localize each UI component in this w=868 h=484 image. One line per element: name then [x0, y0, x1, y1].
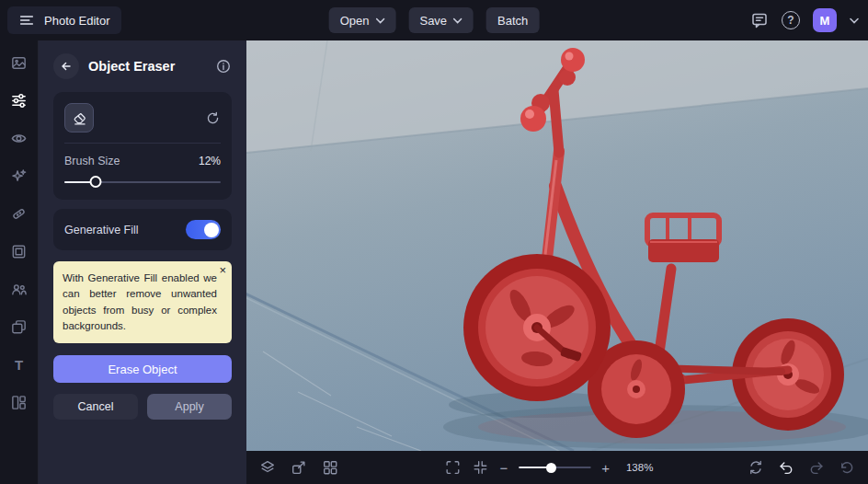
compare-icon[interactable]	[748, 459, 764, 476]
apply-button[interactable]: Apply	[147, 394, 232, 420]
photo-editor-app: Photo Editor Open Save Batch ? M	[0, 0, 868, 484]
zoom-value: 138%	[626, 462, 653, 473]
object-eraser-panel: Object Eraser Brush Size 12%	[39, 40, 246, 484]
fit-screen-icon[interactable]	[444, 459, 461, 476]
panel-header: Object Eraser	[53, 53, 232, 79]
view-tools	[259, 459, 338, 476]
tool-row	[64, 103, 221, 144]
panel-title: Object Eraser	[88, 59, 215, 74]
zoom-handle[interactable]	[546, 463, 556, 473]
feedback-icon[interactable]	[750, 11, 769, 29]
reset-history-icon[interactable]	[839, 459, 855, 476]
brush-settings-card: Brush Size 12%	[53, 92, 232, 200]
zoom-out-icon[interactable]: −	[499, 461, 508, 475]
actual-size-icon[interactable]	[472, 459, 488, 476]
batch-button[interactable]: Batch	[486, 7, 539, 33]
canvas-toolbar: − + 138%	[246, 451, 868, 484]
slider-handle[interactable]	[90, 176, 102, 188]
tooltip-text: With Generative Fill enabled we can bett…	[63, 272, 217, 331]
erase-object-button[interactable]: Erase Object	[53, 355, 232, 383]
zoom-in-icon[interactable]: +	[601, 461, 610, 475]
generative-fill-toggle[interactable]	[186, 220, 221, 239]
library-icon[interactable]	[10, 53, 29, 72]
save-button[interactable]: Save	[408, 7, 474, 33]
generative-fill-label: Generative Fill	[64, 224, 139, 236]
tool-rail: T	[0, 40, 39, 484]
effects-icon[interactable]	[10, 167, 29, 185]
frame-icon[interactable]	[10, 242, 29, 260]
chevron-down-icon	[375, 17, 384, 24]
layers-icon[interactable]	[259, 459, 276, 476]
info-icon[interactable]	[215, 58, 232, 75]
top-bar-right: ? M	[750, 0, 859, 40]
redo-icon[interactable]	[808, 459, 825, 476]
open-button[interactable]: Open	[329, 7, 396, 33]
close-icon[interactable]: ×	[219, 263, 226, 277]
generative-fill-row: Generative Fill	[53, 209, 232, 250]
overlay-icon[interactable]	[10, 317, 29, 336]
top-bar: Photo Editor Open Save Batch ? M	[0, 0, 868, 40]
preview-eye-icon[interactable]	[10, 129, 29, 147]
resize-icon[interactable]	[291, 459, 307, 476]
generative-fill-tooltip: With Generative Fill enabled we can bett…	[53, 261, 232, 343]
avatar[interactable]: M	[813, 8, 837, 32]
people-icon[interactable]	[10, 280, 29, 298]
zoom-slider[interactable]	[519, 462, 590, 473]
zoom-controls: − + 138%	[444, 459, 653, 476]
app-title: Photo Editor	[44, 14, 110, 28]
help-icon[interactable]: ?	[782, 11, 800, 29]
cancel-button[interactable]: Cancel	[53, 394, 138, 420]
hamburger-menu-icon[interactable]	[18, 12, 35, 29]
brand: Photo Editor	[7, 6, 121, 34]
brush-size-label: Brush Size	[64, 155, 120, 167]
brush-size-slider[interactable]	[64, 176, 221, 189]
brush-size-value: 12%	[199, 155, 221, 167]
chevron-down-icon	[453, 17, 463, 24]
undo-icon[interactable]	[778, 459, 794, 476]
adjust-icon[interactable]	[10, 91, 29, 109]
action-row: Cancel Apply	[53, 394, 232, 420]
image-canvas[interactable]	[246, 40, 868, 451]
collage-icon[interactable]	[10, 393, 29, 411]
file-actions: Open Save Batch	[329, 0, 540, 40]
eraser-tool-button[interactable]	[64, 103, 94, 133]
reset-brush-icon[interactable]	[205, 110, 221, 126]
grid-icon[interactable]	[322, 459, 338, 476]
history-tools	[748, 459, 855, 476]
back-button[interactable]	[53, 53, 79, 79]
brush-size-row: Brush Size 12%	[64, 155, 221, 167]
tricycle-photo	[246, 40, 868, 451]
text-tool-icon[interactable]: T	[10, 355, 29, 374]
retouch-icon[interactable]	[10, 204, 29, 223]
account-chevron-icon[interactable]	[850, 17, 859, 24]
toggle-knob	[204, 223, 219, 237]
